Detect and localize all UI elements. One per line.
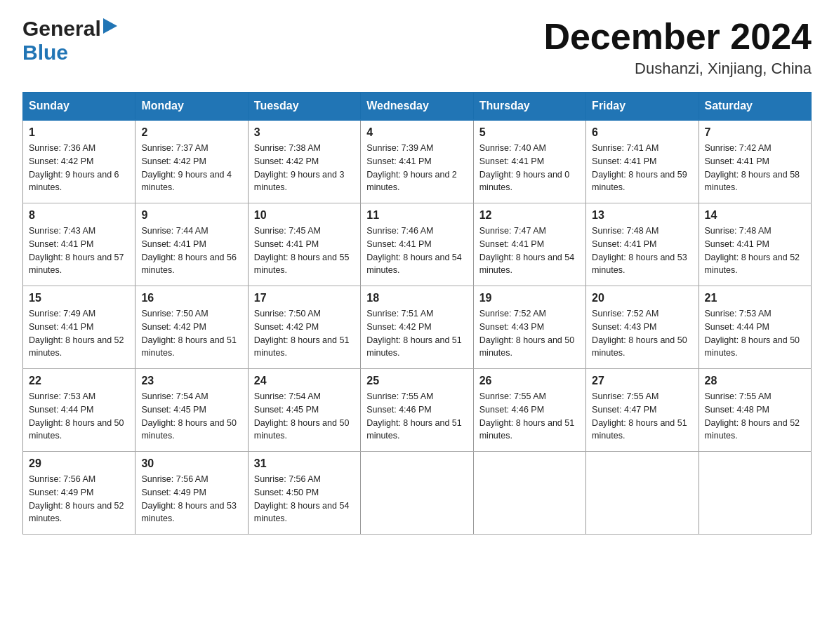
calendar-cell bbox=[699, 452, 811, 535]
daylight-label: Daylight: 9 hours and 6 minutes. bbox=[29, 170, 119, 193]
day-number: 10 bbox=[254, 209, 355, 222]
sunrise-label: Sunrise: 7:50 AM bbox=[141, 309, 208, 318]
sunset-label: Sunset: 4:47 PM bbox=[592, 405, 656, 415]
sunrise-label: Sunrise: 7:49 AM bbox=[29, 309, 95, 318]
day-info: Sunrise: 7:49 AM Sunset: 4:41 PM Dayligh… bbox=[29, 307, 129, 360]
calendar-cell: 24 Sunrise: 7:54 AM Sunset: 4:45 PM Dayl… bbox=[248, 369, 360, 452]
day-info: Sunrise: 7:46 AM Sunset: 4:41 PM Dayligh… bbox=[366, 224, 467, 277]
sunrise-label: Sunrise: 7:56 AM bbox=[141, 474, 208, 484]
calendar-cell: 30 Sunrise: 7:56 AM Sunset: 4:49 PM Dayl… bbox=[135, 452, 248, 535]
daylight-label: Daylight: 9 hours and 0 minutes. bbox=[479, 170, 570, 193]
day-number: 28 bbox=[705, 375, 805, 387]
daylight-label: Daylight: 8 hours and 56 minutes. bbox=[141, 253, 237, 276]
sunset-label: Sunset: 4:41 PM bbox=[592, 239, 656, 249]
sunset-label: Sunset: 4:42 PM bbox=[29, 156, 93, 166]
sunset-label: Sunset: 4:44 PM bbox=[705, 322, 769, 332]
day-info: Sunrise: 7:53 AM Sunset: 4:44 PM Dayligh… bbox=[29, 390, 129, 443]
day-info: Sunrise: 7:39 AM Sunset: 4:41 PM Dayligh… bbox=[366, 142, 467, 194]
daylight-label: Daylight: 8 hours and 50 minutes. bbox=[254, 418, 350, 441]
sunrise-label: Sunrise: 7:48 AM bbox=[705, 226, 772, 236]
daylight-label: Daylight: 8 hours and 52 minutes. bbox=[705, 253, 800, 276]
calendar-cell: 17 Sunrise: 7:50 AM Sunset: 4:42 PM Dayl… bbox=[248, 286, 360, 369]
sunset-label: Sunset: 4:41 PM bbox=[254, 239, 319, 249]
calendar-cell: 18 Sunrise: 7:51 AM Sunset: 4:42 PM Dayl… bbox=[361, 286, 473, 369]
daylight-label: Daylight: 8 hours and 59 minutes. bbox=[592, 170, 687, 193]
sunrise-label: Sunrise: 7:55 AM bbox=[592, 391, 658, 401]
calendar-cell: 12 Sunrise: 7:47 AM Sunset: 4:41 PM Dayl… bbox=[473, 203, 585, 286]
sunset-label: Sunset: 4:41 PM bbox=[705, 239, 769, 249]
daylight-label: Daylight: 8 hours and 54 minutes. bbox=[366, 253, 462, 276]
sunset-label: Sunset: 4:42 PM bbox=[254, 322, 319, 332]
calendar-week-row: 1 Sunrise: 7:36 AM Sunset: 4:42 PM Dayli… bbox=[23, 120, 812, 203]
daylight-label: Daylight: 8 hours and 53 minutes. bbox=[141, 501, 237, 524]
weekday-header-friday: Friday bbox=[586, 93, 699, 121]
day-number: 23 bbox=[141, 375, 241, 387]
daylight-label: Daylight: 8 hours and 54 minutes. bbox=[254, 501, 350, 524]
day-number: 26 bbox=[479, 375, 580, 387]
sunset-label: Sunset: 4:42 PM bbox=[141, 322, 206, 332]
weekday-header-row: SundayMondayTuesdayWednesdayThursdayFrid… bbox=[23, 93, 812, 121]
weekday-header-thursday: Thursday bbox=[473, 93, 585, 121]
day-info: Sunrise: 7:40 AM Sunset: 4:41 PM Dayligh… bbox=[479, 142, 580, 194]
day-number: 2 bbox=[141, 126, 241, 139]
daylight-label: Daylight: 8 hours and 50 minutes. bbox=[29, 418, 124, 441]
day-number: 6 bbox=[592, 126, 692, 139]
sunset-label: Sunset: 4:41 PM bbox=[479, 156, 544, 166]
sunset-label: Sunset: 4:41 PM bbox=[366, 239, 431, 249]
sunset-label: Sunset: 4:42 PM bbox=[366, 322, 431, 332]
sunrise-label: Sunrise: 7:38 AM bbox=[254, 143, 321, 153]
sunrise-label: Sunrise: 7:51 AM bbox=[366, 309, 433, 318]
sunrise-label: Sunrise: 7:56 AM bbox=[254, 474, 321, 484]
calendar-table: SundayMondayTuesdayWednesdayThursdayFrid… bbox=[22, 92, 812, 535]
sunrise-label: Sunrise: 7:39 AM bbox=[366, 143, 433, 153]
day-info: Sunrise: 7:45 AM Sunset: 4:41 PM Dayligh… bbox=[254, 224, 355, 277]
day-number: 25 bbox=[366, 375, 467, 387]
sunrise-label: Sunrise: 7:56 AM bbox=[29, 474, 95, 484]
sunset-label: Sunset: 4:46 PM bbox=[479, 405, 544, 415]
day-number: 22 bbox=[29, 375, 129, 387]
day-number: 18 bbox=[366, 292, 467, 304]
calendar-title-area: December 2024 Dushanzi, Xinjiang, China bbox=[543, 17, 812, 78]
day-info: Sunrise: 7:43 AM Sunset: 4:41 PM Dayligh… bbox=[29, 224, 129, 277]
page-header: General Blue December 2024 Dushanzi, Xin… bbox=[22, 17, 812, 78]
sunrise-label: Sunrise: 7:52 AM bbox=[479, 309, 546, 318]
calendar-cell: 1 Sunrise: 7:36 AM Sunset: 4:42 PM Dayli… bbox=[23, 120, 135, 203]
sunset-label: Sunset: 4:45 PM bbox=[254, 405, 319, 415]
sunrise-label: Sunrise: 7:41 AM bbox=[592, 143, 658, 153]
sunset-label: Sunset: 4:41 PM bbox=[592, 156, 656, 166]
day-number: 17 bbox=[254, 292, 355, 304]
calendar-cell: 26 Sunrise: 7:55 AM Sunset: 4:46 PM Dayl… bbox=[473, 369, 585, 452]
day-info: Sunrise: 7:54 AM Sunset: 4:45 PM Dayligh… bbox=[141, 390, 241, 443]
sunrise-label: Sunrise: 7:45 AM bbox=[254, 226, 321, 236]
day-info: Sunrise: 7:56 AM Sunset: 4:50 PM Dayligh… bbox=[254, 473, 355, 525]
daylight-label: Daylight: 8 hours and 51 minutes. bbox=[141, 335, 237, 358]
day-number: 14 bbox=[705, 209, 805, 222]
day-number: 29 bbox=[29, 457, 129, 470]
sunset-label: Sunset: 4:49 PM bbox=[141, 488, 206, 497]
day-number: 8 bbox=[29, 209, 129, 222]
day-info: Sunrise: 7:51 AM Sunset: 4:42 PM Dayligh… bbox=[366, 307, 467, 360]
day-number: 9 bbox=[141, 209, 241, 222]
sunset-label: Sunset: 4:46 PM bbox=[366, 405, 431, 415]
logo-blue-text: Blue bbox=[22, 41, 68, 64]
sunset-label: Sunset: 4:49 PM bbox=[29, 488, 93, 497]
logo: General Blue bbox=[22, 17, 117, 65]
calendar-cell: 22 Sunrise: 7:53 AM Sunset: 4:44 PM Dayl… bbox=[23, 369, 135, 452]
sunset-label: Sunset: 4:43 PM bbox=[479, 322, 544, 332]
calendar-cell bbox=[586, 452, 699, 535]
sunrise-label: Sunrise: 7:55 AM bbox=[705, 391, 772, 401]
location-subtitle: Dushanzi, Xinjiang, China bbox=[543, 60, 812, 78]
calendar-cell: 16 Sunrise: 7:50 AM Sunset: 4:42 PM Dayl… bbox=[135, 286, 248, 369]
calendar-cell: 5 Sunrise: 7:40 AM Sunset: 4:41 PM Dayli… bbox=[473, 120, 585, 203]
day-info: Sunrise: 7:53 AM Sunset: 4:44 PM Dayligh… bbox=[705, 307, 805, 360]
day-info: Sunrise: 7:41 AM Sunset: 4:41 PM Dayligh… bbox=[592, 142, 692, 194]
sunrise-label: Sunrise: 7:54 AM bbox=[254, 391, 321, 401]
calendar-cell: 28 Sunrise: 7:55 AM Sunset: 4:48 PM Dayl… bbox=[699, 369, 811, 452]
day-info: Sunrise: 7:52 AM Sunset: 4:43 PM Dayligh… bbox=[592, 307, 692, 360]
day-info: Sunrise: 7:36 AM Sunset: 4:42 PM Dayligh… bbox=[29, 142, 129, 194]
sunrise-label: Sunrise: 7:53 AM bbox=[705, 309, 772, 318]
day-number: 11 bbox=[366, 209, 467, 222]
day-number: 16 bbox=[141, 292, 241, 304]
sunset-label: Sunset: 4:43 PM bbox=[592, 322, 656, 332]
daylight-label: Daylight: 8 hours and 55 minutes. bbox=[254, 253, 350, 276]
